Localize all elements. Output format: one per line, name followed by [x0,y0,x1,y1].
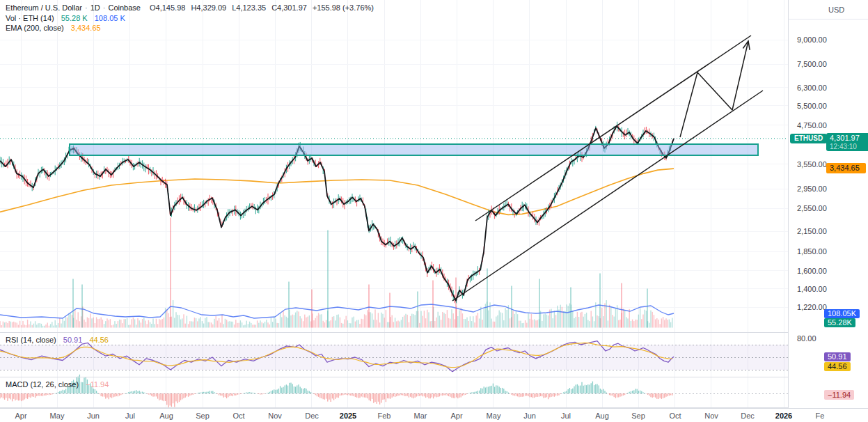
change-value: +155.98 (+3.76%) [313,3,374,12]
time-axis-label: Mar [414,412,427,420]
support-zone-box[interactable] [70,144,758,155]
volume-value: 55.28 K [61,14,88,22]
time-axis-label: Nov [704,412,718,420]
user-drawings[interactable] [70,36,763,301]
volume-legend-row[interactable]: Vol · ETH (14) 55.28 K 108.05 K [6,14,125,22]
price-axis-label: 2,150.00 [797,227,827,235]
symbol-title[interactable]: Ethereum / U.S. Dollar [6,3,82,12]
volume-ma-value: 108.05 K [95,14,125,22]
channel-upper-trendline[interactable] [475,36,751,221]
price-axis-label: 1,220.00 [797,303,827,311]
open-label: O [150,3,156,12]
price-axis-label: 6,300.00 [797,84,827,92]
main-legend-row[interactable]: Ethereum / U.S. Dollar·1D·Coinbase O4,14… [6,3,374,12]
time-axis-label: May [487,412,501,420]
time-axis-label: Aug [159,412,173,420]
currency-toggle-button[interactable]: USD [788,0,868,19]
symbol-chip-text: ETHUSD [794,134,823,142]
time-axis-label: Apr [15,412,26,420]
time-axis-label: Fe [816,412,825,420]
macd-legend-row[interactable]: MACD (12, 26, close) −11.94 [6,380,109,389]
chart-canvas[interactable] [0,0,868,408]
ema-price-badge[interactable]: 3,434.65 [826,163,866,173]
time-axis-label: 2026 [775,412,792,420]
time-axis-label: Sep [631,412,645,420]
legend-separator: · [85,3,88,12]
ema-indicator-label[interactable]: EMA (200, close) [6,24,64,32]
time-axis-label: Sep [196,412,210,420]
close-label: C [271,3,277,12]
price-axis[interactable]: 9,000.007,500.006,300.005,500.004,750.00… [788,0,868,408]
time-axis-label: Dec [305,412,319,420]
price-axis-label: 1,850.00 [797,247,827,256]
price-axis-label: 2,950.00 [797,185,827,193]
legend-separator: · [103,3,106,12]
time-axis-label: Jul [125,412,135,420]
price-axis-label: 5,500.00 [797,102,827,110]
time-axis-label: Apr [450,412,462,420]
price-axis-label: 9,000.00 [797,36,827,44]
chart-window: Ethereum / U.S. Dollar·1D·Coinbase O4,14… [0,0,868,422]
time-axis-label: May [50,412,65,420]
ohlc-values: O4,145.98H4,329.09L4,123.35C4,301.97+155… [150,3,374,12]
rsi-indicator-label[interactable]: RSI (14, close) [6,336,56,344]
rsi-ma-badge[interactable]: 44.56 [824,362,851,371]
low-value: 4,123.35 [236,3,266,12]
rsi-axis-label: 80.00 [797,334,816,343]
rsi-legend-row[interactable]: RSI (14, close) 50.91 44.56 [6,336,109,344]
rsi-badge[interactable]: 50.91 [824,352,851,361]
time-axis-label: Oct [232,412,244,420]
time-axis-label: Jul [561,412,571,420]
time-axis-label: Dec [741,412,755,420]
time-axis-label: Aug [595,412,609,420]
bar-countdown: 12:43:10 [830,143,868,150]
time-axis-label: Jun [87,412,100,420]
currency-label: USD [828,6,844,14]
time-axis-label: 2025 [340,412,356,420]
price-axis-label: 2,550.00 [797,204,827,212]
rsi-value: 50.91 [63,336,83,344]
macd-value: −11.94 [86,380,109,389]
macd-indicator-label[interactable]: MACD (12, 26, close) [6,380,79,389]
volume-badge[interactable]: 55.28K [824,318,855,327]
rsi-ma-value: 44.56 [89,336,109,344]
projection-arrow-path[interactable] [680,41,748,137]
time-axis-label: Nov [268,412,282,420]
open-value: 4,145.98 [156,3,186,12]
volume-ma-badge[interactable]: 108.05K [824,309,860,318]
price-axis-label: 1,600.00 [797,267,827,275]
interval-label[interactable]: 1D [90,3,100,12]
channel-lower-trendline[interactable] [452,91,763,301]
ema-value: 3,434.65 [71,24,101,32]
price-axis-label: 7,500.00 [797,60,827,68]
volume-indicator-label[interactable]: Vol · ETH (14) [6,14,54,22]
last-price-value: 4,301.97 [830,134,868,143]
price-axis-label: 4,750.00 [797,121,827,130]
exchange-label[interactable]: Coinbase [108,3,140,12]
ema-legend-row[interactable]: EMA (200, close) 3,434.65 [6,24,101,32]
high-label: H [191,3,196,12]
price-axis-label: 3,550.00 [797,160,827,169]
high-value: 4,329.09 [196,3,226,12]
indicator-lines [0,169,674,318]
time-axis-label: Feb [378,412,391,420]
pane-backgrounds [0,345,788,393]
close-value: 4,301.97 [277,3,307,12]
symbol-price-label-chip[interactable]: ETHUSD [790,134,827,143]
time-axis-label: Jun [523,412,536,420]
time-axis[interactable]: AprMayJunJulAugSepOctNovDec2025FebMarApr… [0,408,868,422]
last-price-badge[interactable]: 4,301.97 12:43:10 [826,133,868,151]
price-axis-label: 1,400.00 [797,285,827,293]
time-axis-label: Oct [669,412,681,420]
macd-badge[interactable]: −11.94 [824,390,854,400]
